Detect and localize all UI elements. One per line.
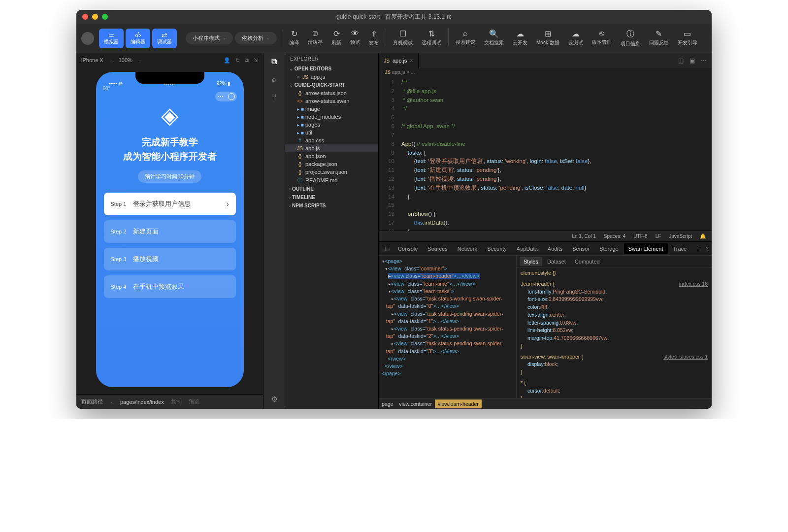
devtab-AppData[interactable]: AppData xyxy=(512,243,542,254)
folder-item[interactable]: ▸ ■ pages xyxy=(285,121,378,129)
styles-tab-Computed[interactable]: Computed xyxy=(571,257,604,266)
copy-button[interactable]: 复制 xyxy=(171,398,182,405)
encoding[interactable]: UTF-8 xyxy=(633,233,647,239)
toolbar-版本管理[interactable]: ⎋版本管理 xyxy=(588,28,616,48)
toolbar-开发引导[interactable]: ▭开发引导 xyxy=(674,28,701,48)
toolbar-清缓存[interactable]: ⎚清缓存 xyxy=(304,28,327,48)
simulator-footer: 页面路径⌄ pages/index/index 复制 预览 xyxy=(76,394,263,409)
open-editor-file[interactable]: ×JSapp.js xyxy=(285,73,378,81)
more-icon[interactable]: ⋮ xyxy=(695,245,701,252)
file-item[interactable]: ⓘ README.md xyxy=(285,176,378,185)
split-icon[interactable]: ◫ xyxy=(678,57,684,64)
devtools: ⬚ ConsoleSourcesNetworkSecurityAppDataAu… xyxy=(379,241,712,409)
zoom-icon[interactable] xyxy=(102,14,108,20)
close-icon[interactable]: × xyxy=(706,245,709,252)
step-card[interactable]: Step 4在手机中预览效果 xyxy=(104,275,236,298)
rotate-icon[interactable]: ↻ xyxy=(235,57,240,64)
main-toolbar: ▭模拟器 ‹/›编辑器 ⇄调试器 小程序模式⌄ 依赖分析⌄ ↻编译⎚清缓存⟳刷新… xyxy=(76,24,712,53)
activity-bar: ⧉ ⌕ ⑂ ⚙ xyxy=(263,53,285,409)
devtab-Trace[interactable]: Trace xyxy=(669,243,691,254)
dom-breadcrumb[interactable]: pageview.containerview.learn-header xyxy=(379,398,712,409)
git-icon[interactable]: ⑂ xyxy=(272,93,277,101)
outline-section[interactable]: OUTLINE xyxy=(285,185,378,193)
dom-tree[interactable]: ▾<page> ▾<view class="container"> ▸<view… xyxy=(379,256,517,398)
avatar[interactable] xyxy=(81,32,94,45)
gear-icon[interactable]: ⚙ xyxy=(271,395,278,404)
code-editor[interactable]: 12345678910111213141516171819202122 /** … xyxy=(379,76,712,231)
step-card[interactable]: Step 1登录并获取用户信息› xyxy=(104,193,236,215)
breadcrumb[interactable]: JS app.js > ... xyxy=(379,68,712,76)
bell-icon[interactable]: 🔔 xyxy=(700,233,706,239)
editor-tab[interactable]: JSapp.js× xyxy=(379,53,419,68)
toolbar-搜索建议[interactable]: ⌕搜索建议 xyxy=(452,28,479,48)
devtab-Console[interactable]: Console xyxy=(394,243,422,254)
file-item[interactable]: # app.css xyxy=(285,136,378,144)
close-icon[interactable]: × xyxy=(410,58,413,64)
devtab-Sources[interactable]: Sources xyxy=(423,243,452,254)
toolbar-Mock 数据[interactable]: ⊞Mock 数据 xyxy=(532,28,563,48)
toolbar-云开发[interactable]: ☁云开发 xyxy=(509,28,531,48)
language[interactable]: JavaScript xyxy=(669,233,692,239)
simulator-button[interactable]: ▭模拟器 xyxy=(99,29,124,48)
toolbar-发布[interactable]: ⇧发布 xyxy=(365,28,383,48)
project-section[interactable]: GUIDE-QUICK-START xyxy=(285,81,378,89)
toolbar-编译[interactable]: ↻编译 xyxy=(285,28,303,48)
preview-button[interactable]: 预览 xyxy=(189,398,199,405)
file-item[interactable]: JS app.js xyxy=(285,144,378,152)
toolbar-项目信息[interactable]: ⓘ项目信息 xyxy=(617,28,644,48)
devtab-Storage[interactable]: Storage xyxy=(595,243,623,254)
indent[interactable]: Spaces: 4 xyxy=(604,233,625,239)
dependency-dropdown[interactable]: 依赖分析⌄ xyxy=(235,32,277,44)
devtab-Network[interactable]: Network xyxy=(453,243,482,254)
toolbar-真机调试[interactable]: ☐真机调试 xyxy=(389,28,417,48)
minimize-icon[interactable] xyxy=(92,14,98,20)
cursor-pos[interactable]: Ln 1, Col 1 xyxy=(572,233,595,239)
layout-icon[interactable]: ▣ xyxy=(690,57,695,64)
folder-item[interactable]: ▸ ■ image xyxy=(285,105,378,113)
open-editors-section[interactable]: OPEN EDITORS xyxy=(285,65,378,73)
editor-column: JSapp.js× ◫ ▣ ⋯ JS app.js > ... 12345678… xyxy=(379,53,712,409)
toolbar-问题反馈[interactable]: ✎问题反馈 xyxy=(645,28,673,48)
toolbar-远程调试[interactable]: ⇅远程调试 xyxy=(418,28,445,48)
titlebar: guide-quick-start - 百度开发者工具 3.13.1-rc xyxy=(76,10,712,24)
mode-dropdown[interactable]: 小程序模式⌄ xyxy=(186,32,233,44)
devtab-Security[interactable]: Security xyxy=(483,243,511,254)
file-item[interactable]: <> arrow-status.swan xyxy=(285,97,378,105)
capsule[interactable]: ⋯ xyxy=(215,92,237,101)
editor-button[interactable]: ‹/›编辑器 xyxy=(126,29,150,48)
file-item[interactable]: {} project.swan.json xyxy=(285,168,378,176)
folder-item[interactable]: ▸ ■ util xyxy=(285,129,378,136)
toolbar-预览[interactable]: 👁预览 xyxy=(346,28,364,48)
user-icon[interactable]: 👤 xyxy=(224,57,230,64)
devtab-Audits[interactable]: Audits xyxy=(543,243,567,254)
more-icon[interactable]: ⋯ xyxy=(701,57,707,64)
devtab-Swan Element[interactable]: Swan Element xyxy=(624,243,668,254)
device-select[interactable]: iPhone X xyxy=(81,57,103,63)
styles-pane: StylesDatasetComputed element.style {}.l… xyxy=(517,256,712,398)
files-icon[interactable]: ⧉ xyxy=(271,57,277,66)
screenshot-icon[interactable]: ⧉ xyxy=(245,57,249,64)
eol[interactable]: LF xyxy=(656,233,661,239)
toolbar-文档搜索[interactable]: 🔍文档搜索 xyxy=(480,28,508,48)
styles-tab-Styles[interactable]: Styles xyxy=(520,257,542,266)
zoom-select[interactable]: 100% xyxy=(119,57,132,63)
close-icon[interactable] xyxy=(82,14,88,20)
detach-icon[interactable]: ⇲ xyxy=(254,57,258,64)
page-path[interactable]: pages/index/index xyxy=(120,399,164,405)
styles-tab-Dataset[interactable]: Dataset xyxy=(543,257,570,266)
search-icon[interactable]: ⌕ xyxy=(272,75,277,84)
inspect-icon[interactable]: ⬚ xyxy=(382,245,393,252)
step-card[interactable]: Step 3播放视频 xyxy=(104,248,236,270)
debugger-button[interactable]: ⇄调试器 xyxy=(152,29,177,48)
step-card[interactable]: Step 2新建页面 xyxy=(104,220,236,243)
file-item[interactable]: {} package.json xyxy=(285,160,378,168)
npm-section[interactable]: NPM SCRIPTS xyxy=(285,201,378,210)
toolbar-云测试[interactable]: ☁云测试 xyxy=(564,28,587,48)
file-item[interactable]: {} app.json xyxy=(285,152,378,160)
toolbar-刷新[interactable]: ⟳刷新 xyxy=(328,28,345,48)
file-item[interactable]: {} arrow-status.json xyxy=(285,89,378,97)
devtab-Sensor[interactable]: Sensor xyxy=(568,243,594,254)
folder-item[interactable]: ▸ ■ node_modules xyxy=(285,113,378,121)
traffic-lights xyxy=(76,14,114,20)
timeline-section[interactable]: TIMELINE xyxy=(285,193,378,201)
